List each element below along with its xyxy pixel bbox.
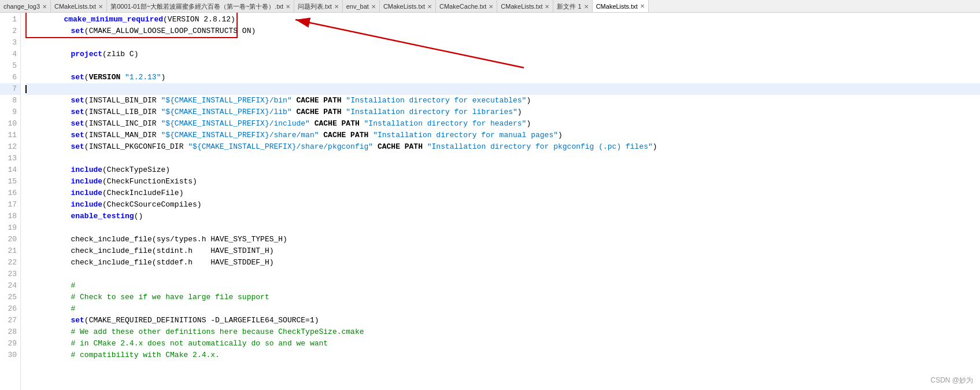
tab-label: 新文件 1 (557, 2, 581, 11)
line-num-26: 26 (0, 303, 20, 315)
line-num-14: 14 (0, 164, 20, 176)
code-line-30: # compatibility with CMake 2.4.x. (25, 349, 980, 361)
line-num-23: 23 (0, 268, 20, 280)
line-num-21: 21 (0, 245, 20, 257)
comment-25: # Check to see if we have large file sup… (71, 293, 269, 301)
code-line-5 (25, 60, 980, 72)
tab-label: CMakeLists.txt (54, 3, 96, 10)
tab-newfile[interactable]: 新文件 1 ✕ (553, 0, 592, 13)
comment-30: # compatibility with CMake 2.4.x. (71, 351, 219, 359)
tab-label: change_log3 (3, 3, 40, 10)
line-num-29: 29 (0, 338, 20, 349)
set-keyword-2: set (71, 27, 84, 35)
line-num-10: 10 (0, 118, 20, 130)
tab-close-icon[interactable]: ✕ (640, 3, 645, 9)
tab-close-icon[interactable]: ✕ (584, 3, 589, 10)
line-num-28: 28 (0, 326, 20, 338)
code-line-6: set(VERSION "1.2.13") (25, 72, 980, 83)
tab-close-icon[interactable]: ✕ (371, 3, 376, 10)
line-num-19: 19 (0, 222, 20, 234)
code-line-25: # Check to see if we have large file sup… (25, 292, 980, 303)
tab-book[interactable]: 第0001-01部~大般若波羅蜜多經六百卷（第一卷~第十卷）.txt ✕ (107, 0, 294, 13)
line-num-18: 18 (0, 211, 20, 222)
tab-label: CMakeCache.txt (439, 3, 486, 10)
line-num-3: 3 (0, 37, 20, 49)
tab-bar: change_log3 ✕ CMakeLists.txt ✕ 第0001-01部… (0, 0, 980, 13)
code-line-22: check_include_file(stddef.h HAVE_STDDEF_… (25, 257, 980, 268)
tab-close-icon[interactable]: ✕ (545, 3, 549, 10)
line-num-13: 13 (0, 153, 20, 164)
tab-label: env_bat (346, 3, 369, 10)
line-num-24: 24 (0, 280, 20, 292)
tab-label: CMakeLists.txt (501, 3, 542, 10)
tab-cmakecache[interactable]: CMakeCache.txt ✕ (436, 0, 497, 13)
line-numbers: 1 2 3 4 5 6 7 8 9 10 11 12 13 14 15 16 1… (0, 13, 21, 390)
line-num-30: 30 (0, 349, 20, 361)
tab-label: CMakeLists.txt (596, 3, 638, 10)
tab-label: 问题列表.txt (298, 2, 332, 11)
editor-area: 1 2 3 4 5 6 7 8 9 10 11 12 13 14 15 16 1… (0, 13, 980, 390)
tab-cmakelists-2[interactable]: CMakeLists.txt ✕ (380, 0, 436, 13)
tab-cmakelists-active[interactable]: CMakeLists.txt ✕ (593, 0, 649, 13)
enable-keyword-18: enable_testing (71, 212, 134, 220)
line-num-7: 7 (0, 83, 20, 95)
line-num-22: 22 (0, 257, 20, 268)
tab-label: CMakeLists.txt (383, 3, 425, 10)
csdn-watermark: CSDN @妙为 (930, 376, 973, 385)
tab-close-icon[interactable]: ✕ (42, 3, 47, 10)
project-keyword: project (71, 50, 102, 58)
line-num-11: 11 (0, 130, 20, 141)
tab-close-icon[interactable]: ✕ (427, 3, 432, 10)
set-keyword-12: set (71, 142, 84, 151)
cursor (25, 85, 27, 93)
code-line-12: set(INSTALL_PKGCONFIG_DIR "${CMAKE_INSTA… (25, 141, 980, 153)
line-num-17: 17 (0, 199, 20, 211)
line-num-16: 16 (0, 187, 20, 199)
code-line-17: include(CheckCSourceCompiles) (25, 199, 980, 211)
line-num-25: 25 (0, 292, 20, 303)
line-num-9: 9 (0, 106, 20, 118)
cache-keyword-12: CACHE PATH (378, 142, 423, 151)
code-line-4: project(zlib C) (25, 49, 980, 60)
line-num-1: 1 (0, 14, 20, 25)
code-area[interactable]: cmake_minimum_required(VERSION 2.8.12) s… (21, 13, 980, 390)
line-num-15: 15 (0, 176, 20, 187)
tab-issues[interactable]: 问题列表.txt ✕ (294, 0, 343, 13)
tab-cmakelists-3[interactable]: CMakeLists.txt ✕ (497, 0, 553, 13)
tab-close-icon[interactable]: ✕ (286, 3, 290, 10)
tab-close-icon[interactable]: ✕ (98, 3, 103, 10)
line-num-6: 6 (0, 72, 20, 83)
line-num-2: 2 (0, 25, 20, 37)
line-num-4: 4 (0, 49, 20, 60)
line-num-27: 27 (0, 315, 20, 326)
line-num-5: 5 (0, 60, 20, 72)
line-num-20: 20 (0, 234, 20, 245)
tab-close-icon[interactable]: ✕ (334, 3, 339, 10)
tab-close-icon[interactable]: ✕ (489, 3, 493, 10)
tab-cmakelists-1[interactable]: CMakeLists.txt ✕ (51, 0, 107, 13)
tab-change-log[interactable]: change_log3 ✕ (0, 0, 51, 13)
code-line-2: set(CMAKE_ALLOW_LOOSE_LOOP_CONSTRUCTS ON… (25, 25, 980, 37)
tab-env-bat[interactable]: env_bat ✕ (343, 0, 380, 13)
tab-label: 第0001-01部~大般若波羅蜜多經六百卷（第一卷~第十卷）.txt (110, 2, 283, 11)
line-num-12: 12 (0, 141, 20, 153)
line-num-8: 8 (0, 95, 20, 106)
set-keyword-6: set (71, 73, 84, 82)
